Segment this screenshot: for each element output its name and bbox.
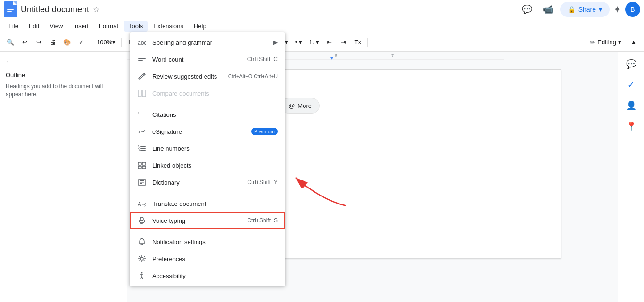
menu-item-review-edits[interactable]: Review suggested edits Ctrl+Alt+O Ctrl+A… xyxy=(130,68,285,85)
menu-help[interactable]: Help xyxy=(189,21,211,32)
review-edits-label: Review suggested edits xyxy=(152,73,223,80)
svg-rect-31 xyxy=(140,217,143,221)
menu-format[interactable]: Format xyxy=(94,21,123,32)
menu-tools[interactable]: Tools xyxy=(124,21,148,32)
svg-rect-19 xyxy=(140,150,146,151)
right-panel-maps-icon[interactable]: 📍 xyxy=(623,118,640,135)
preferences-icon xyxy=(137,254,147,263)
svg-rect-17 xyxy=(140,148,146,149)
svg-point-35 xyxy=(141,272,143,274)
num-list-btn[interactable]: 1. ▾ xyxy=(306,36,322,49)
preferences-label: Preferences xyxy=(152,255,278,262)
menu-view[interactable]: View xyxy=(45,21,67,32)
menu-extensions[interactable]: Extensions xyxy=(149,21,188,32)
at-icon: @ xyxy=(289,102,295,109)
menu-item-translate[interactable]: A→文 Translate document xyxy=(130,195,285,212)
menu-item-word-count[interactable]: Word count Ctrl+Shift+C xyxy=(130,51,285,68)
right-panel-comment-icon[interactable]: 💬 xyxy=(623,56,640,73)
menu-item-notifications[interactable]: Notification settings xyxy=(130,233,285,250)
more-label: More xyxy=(297,102,312,109)
menu-item-linked-objects[interactable]: Linked objects xyxy=(130,157,285,174)
pencil-icon: ✏ xyxy=(590,39,595,46)
bullet-list-btn[interactable]: • ▾ xyxy=(292,36,305,49)
spelling-icon: abc xyxy=(137,38,147,47)
voice-typing-label: Voice typing xyxy=(152,217,241,224)
zoom-btn[interactable]: 100% ▾ xyxy=(94,36,118,49)
outline-hint: Headings you add to the document will ap… xyxy=(4,81,123,100)
sidebar-back-btn[interactable]: ← xyxy=(4,56,123,68)
separator-5 xyxy=(367,38,368,47)
accessibility-icon xyxy=(137,271,147,280)
menu-item-citations[interactable]: " Citations xyxy=(130,106,285,123)
translate-label: Translate document xyxy=(152,200,278,207)
indent-more-btn[interactable]: ⇥ xyxy=(337,36,350,49)
menu-item-esignature[interactable]: eSignature Premium xyxy=(130,123,285,140)
indent-less-btn[interactable]: ⇤ xyxy=(323,36,336,49)
menu-item-preferences[interactable]: Preferences xyxy=(130,250,285,267)
editing-label: Editing xyxy=(597,39,616,46)
back-arrow-icon: ← xyxy=(6,57,13,66)
svg-text:A: A xyxy=(138,201,141,207)
citations-label: Citations xyxy=(152,111,278,118)
menu-divider-3 xyxy=(130,231,285,231)
review-edits-shortcut: Ctrl+Alt+O Ctrl+Alt+U xyxy=(228,73,278,79)
svg-rect-12 xyxy=(142,90,146,97)
spell-check-btn[interactable]: ✓ xyxy=(74,36,88,49)
svg-rect-10 xyxy=(138,60,143,61)
menu-item-voice-typing[interactable]: Voice typing Ctrl+Shift+S xyxy=(130,212,285,229)
meet-icon[interactable]: 📹 xyxy=(539,1,556,18)
svg-point-34 xyxy=(140,257,143,260)
share-lock-icon: 🔒 xyxy=(568,6,576,13)
svg-rect-15 xyxy=(140,146,146,147)
profile-avatar[interactable]: B xyxy=(625,2,640,17)
menu-insert[interactable]: Insert xyxy=(68,21,93,32)
right-controls: 💬 📹 🔒 Share ▾ ✦ B xyxy=(519,1,640,18)
sparkle-icon[interactable]: ✦ xyxy=(613,4,621,15)
svg-rect-25 xyxy=(140,180,144,181)
esignature-icon xyxy=(137,127,147,136)
doc-icon xyxy=(4,1,17,17)
menu-item-accessibility[interactable]: Accessibility xyxy=(130,267,285,284)
search-toolbar-btn[interactable]: 🔍 xyxy=(4,36,17,49)
svg-text:文: 文 xyxy=(144,201,146,207)
svg-rect-23 xyxy=(142,166,146,169)
document-title[interactable]: Untitled document xyxy=(21,5,89,15)
svg-text:7: 7 xyxy=(391,53,394,58)
notifications-icon xyxy=(137,237,147,246)
print-btn[interactable]: 🖨 xyxy=(46,36,59,49)
tools-dropdown-menu: abc Spelling and grammar ▶ Word count Ct… xyxy=(130,32,285,286)
svg-text:abc: abc xyxy=(138,40,146,46)
share-chevron-icon: ▾ xyxy=(599,6,602,13)
word-count-icon xyxy=(137,55,147,64)
menu-item-line-numbers[interactable]: 123 Line numbers xyxy=(130,140,285,157)
menu-edit[interactable]: Edit xyxy=(24,21,44,32)
spelling-arrow: ▶ xyxy=(273,39,278,46)
menu-divider-2 xyxy=(130,193,285,193)
menu-item-dictionary[interactable]: Dictionary Ctrl+Shift+Y xyxy=(130,174,285,191)
share-button[interactable]: 🔒 Share ▾ xyxy=(560,2,610,17)
menu-file[interactable]: File xyxy=(4,21,23,32)
notifications-label: Notification settings xyxy=(152,238,278,245)
menu-item-spelling[interactable]: abc Spelling and grammar ▶ xyxy=(130,34,285,51)
clear-format-btn[interactable]: Tx xyxy=(351,36,364,49)
svg-rect-21 xyxy=(142,162,146,165)
right-panel-person-icon[interactable]: 👤 xyxy=(623,97,640,114)
esignature-label: eSignature xyxy=(152,128,246,135)
star-icon[interactable]: ☆ xyxy=(93,5,99,14)
separator-2 xyxy=(121,38,122,47)
paint-format-btn[interactable]: 🎨 xyxy=(60,36,74,49)
more-button[interactable]: @ More xyxy=(281,98,320,114)
undo-btn[interactable]: ↩ xyxy=(18,36,31,49)
zoom-label: 100% xyxy=(97,39,112,46)
comments-icon[interactable]: 💬 xyxy=(519,1,536,18)
dictionary-label: Dictionary xyxy=(152,179,241,186)
collapse-toolbar-btn[interactable]: ▲ xyxy=(627,36,640,49)
voice-typing-icon xyxy=(137,216,147,225)
voice-typing-shortcut: Ctrl+Shift+S xyxy=(247,217,278,224)
right-panel-check-icon[interactable]: ✓ xyxy=(623,76,640,93)
title-bar: Untitled document ☆ 💬 📹 🔒 Share ▾ ✦ B xyxy=(0,0,644,19)
compare-icon xyxy=(137,89,147,98)
svg-marker-6 xyxy=(330,57,334,60)
redo-btn[interactable]: ↪ xyxy=(32,36,45,49)
editing-dropdown[interactable]: ✏ Editing ▾ xyxy=(585,37,626,48)
